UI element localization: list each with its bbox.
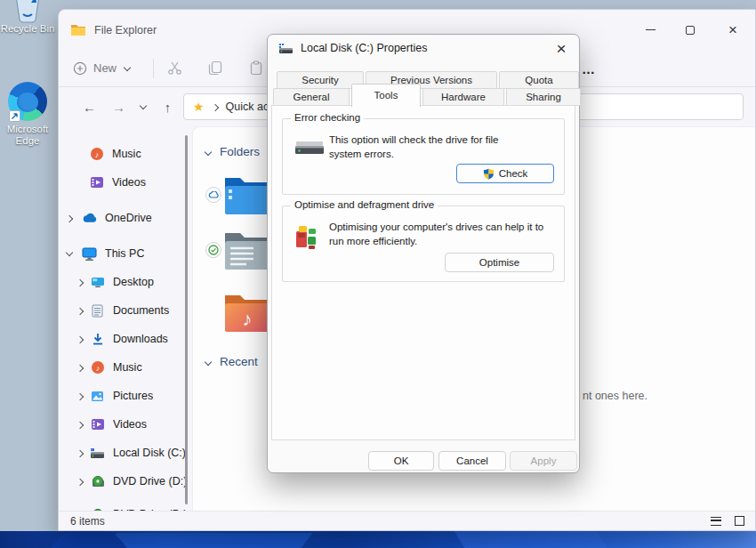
properties-dialog: Local Disk (C:) Properties Security Prev… xyxy=(267,34,580,473)
tab-quota[interactable]: Quota xyxy=(499,71,579,89)
sidebar-item-music2[interactable]: ♪ Music xyxy=(59,356,190,379)
onedrive-icon xyxy=(82,211,97,226)
tools-tab-page: Error checking This option will check th… xyxy=(271,105,575,440)
up-button[interactable] xyxy=(153,100,182,115)
maximize-button[interactable] xyxy=(672,10,708,50)
back-button[interactable] xyxy=(75,100,104,115)
see-more-button[interactable] xyxy=(582,50,596,87)
local-disk-icon xyxy=(278,43,294,54)
cloud-status-icon xyxy=(205,187,221,203)
desktop-icon-label: Recycle Bin xyxy=(0,23,55,35)
chevron-right-icon xyxy=(212,104,219,110)
svg-text:♪: ♪ xyxy=(95,364,100,373)
tab-sharing[interactable]: Sharing xyxy=(506,88,581,106)
desktop-folder-icon xyxy=(90,275,105,290)
recycle-bin-icon xyxy=(0,0,55,23)
sidebar-item-pictures[interactable]: Pictures xyxy=(59,384,190,407)
large-icons-view-button[interactable] xyxy=(735,516,744,526)
navigation-pane: ♪ Music Videos OneDrive xyxy=(59,126,192,511)
forward-button[interactable] xyxy=(104,100,133,115)
desktop-folder-tile-icon[interactable] xyxy=(222,174,270,215)
chevron-down-icon xyxy=(204,359,213,365)
optimise-description: Optimising your computer's drives can he… xyxy=(329,220,556,248)
sidebar-item-label: Videos xyxy=(113,418,147,431)
sidebar-item-dvd-drive-1[interactable]: DVD Drive (D:) I xyxy=(59,470,190,493)
dvd-icon xyxy=(90,474,105,489)
documents-icon xyxy=(90,303,105,318)
chevron-right-icon[interactable] xyxy=(74,479,86,485)
minimize-button[interactable] xyxy=(632,10,668,50)
tab-general[interactable]: General xyxy=(273,88,350,106)
folders-section-label: Folders xyxy=(220,145,260,158)
dialog-title: Local Disk (C:) Properties xyxy=(301,42,427,54)
new-button[interactable]: New xyxy=(73,61,132,76)
optimise-button[interactable]: Optimise xyxy=(445,253,554,272)
recent-section-header[interactable]: Recent xyxy=(204,355,258,368)
svg-text:♪: ♪ xyxy=(94,150,99,159)
sidebar-item-this-pc[interactable]: This PC xyxy=(59,242,190,265)
folders-section-header[interactable]: Folders xyxy=(204,145,260,158)
recent-locations-button[interactable] xyxy=(133,105,153,109)
sidebar-item-downloads[interactable]: Downloads xyxy=(59,327,190,351)
music-folder-tile-icon[interactable]: ♪ xyxy=(222,292,270,333)
desktop-icon-edge[interactable]: Microsoft Edge xyxy=(0,82,55,147)
close-button[interactable] xyxy=(715,10,751,50)
dialog-tabs: Security Previous Versions Quota General… xyxy=(271,70,575,106)
dialog-titlebar: Local Disk (C:) Properties xyxy=(268,35,579,61)
cut-button[interactable] xyxy=(154,60,195,76)
explorer-statusbar: 6 items xyxy=(59,511,755,530)
svg-text:♪: ♪ xyxy=(243,308,253,330)
chevron-right-icon[interactable] xyxy=(74,365,86,371)
sidebar-item-documents[interactable]: Documents xyxy=(59,299,190,322)
shortcut-arrow-icon xyxy=(9,110,20,122)
desktop-icon-recycle-bin[interactable]: Recycle Bin xyxy=(0,0,55,35)
sidebar-item-local-disk-c[interactable]: Local Disk (C:) xyxy=(59,441,190,464)
sidebar-item-videos[interactable]: Videos xyxy=(59,171,190,194)
music-icon: ♪ xyxy=(90,360,105,375)
chevron-right-icon[interactable] xyxy=(74,450,86,456)
dialog-close-button[interactable] xyxy=(549,36,574,60)
sidebar-item-onedrive[interactable]: OneDrive xyxy=(59,206,190,230)
desktop: Recycle Bin Microsoft Edge File Explorer xyxy=(0,0,756,548)
sidebar-item-music[interactable]: ♪ Music xyxy=(59,142,190,165)
chevron-right-icon[interactable] xyxy=(74,393,86,399)
chevron-right-icon[interactable] xyxy=(63,215,76,222)
close-icon xyxy=(728,22,737,38)
tab-tools[interactable]: Tools xyxy=(351,84,421,107)
check-button[interactable]: Check xyxy=(456,164,554,183)
sidebar-item-label: Music xyxy=(112,148,141,160)
new-button-label: New xyxy=(93,61,117,75)
details-view-button[interactable] xyxy=(711,517,721,526)
sidebar-item-label: Music xyxy=(113,361,142,374)
sidebar-scrollbar[interactable] xyxy=(185,135,188,504)
folder-icon xyxy=(70,23,86,36)
optimise-button-label: Optimise xyxy=(479,257,519,268)
optimise-legend: Optimise and defragment drive xyxy=(291,199,438,210)
ok-button[interactable]: OK xyxy=(368,451,434,471)
chevron-right-icon[interactable] xyxy=(74,422,86,428)
videos-icon xyxy=(89,175,104,190)
sidebar-item-label: Local Disk (C:) xyxy=(113,447,186,459)
error-checking-legend: Error checking xyxy=(291,112,364,123)
sidebar-item-videos2[interactable]: Videos xyxy=(59,413,190,436)
recent-section-label: Recent xyxy=(220,355,258,368)
sidebar-item-label: Videos xyxy=(112,176,146,189)
chevron-right-icon[interactable] xyxy=(74,279,86,286)
documents-folder-tile-icon[interactable] xyxy=(222,230,270,270)
apply-button[interactable]: Apply xyxy=(510,451,577,471)
cancel-button[interactable]: Cancel xyxy=(438,451,506,471)
plus-circle-icon xyxy=(73,61,87,76)
copy-button[interactable] xyxy=(195,60,236,76)
defragment-icon xyxy=(294,224,321,253)
cut-icon xyxy=(167,60,182,76)
tab-hardware[interactable]: Hardware xyxy=(422,88,504,106)
explorer-tab[interactable]: File Explorer xyxy=(59,23,157,36)
sidebar-item-desktop[interactable]: Desktop xyxy=(59,270,190,294)
chevron-down-icon xyxy=(204,149,213,155)
chevron-right-icon[interactable] xyxy=(74,336,86,342)
chevron-down-icon[interactable] xyxy=(63,252,76,255)
optimise-group: Optimise and defragment drive Optimising… xyxy=(282,206,565,282)
chevron-right-icon[interactable] xyxy=(74,308,86,314)
sync-complete-icon xyxy=(205,242,221,258)
paste-icon xyxy=(249,60,263,76)
